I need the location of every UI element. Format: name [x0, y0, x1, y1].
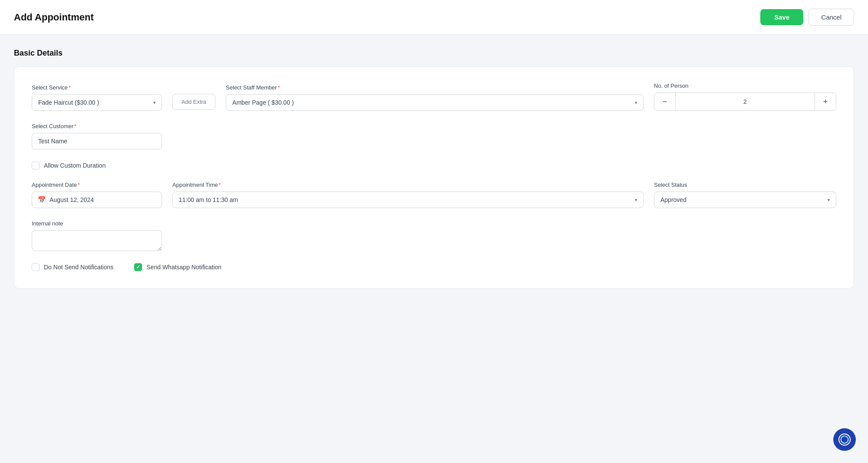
cancel-button[interactable]: Cancel: [809, 9, 854, 26]
status-label: Select Status: [654, 182, 836, 188]
whatsapp-notify-label: Send Whatsapp Notification: [146, 264, 221, 271]
persons-increment-button[interactable]: +: [815, 93, 836, 110]
form-row-customer: Select Customer*: [32, 123, 836, 149]
service-label: Select Service*: [32, 84, 162, 91]
status-group: Select Status Approved Pending Cancelled…: [654, 182, 836, 208]
persons-label: No. of Person: [654, 83, 836, 89]
internal-note-textarea[interactable]: [32, 230, 162, 251]
appointment-time-select[interactable]: 11:00 am to 11:30 am 11:30 am to 12:00 p…: [172, 192, 644, 208]
basic-details-card: Select Service* Fade Haircut ($30.00 ) C…: [14, 66, 854, 289]
service-select[interactable]: Fade Haircut ($30.00 ) Classic Haircut (…: [32, 94, 162, 111]
form-row-internal-note: Internal note: [32, 220, 836, 251]
persons-stepper: − +: [654, 93, 836, 111]
whatsapp-notify-checkbox[interactable]: [134, 263, 142, 271]
staff-select-wrapper: Amber Page ( $30.00 ) John Smith ( $25.0…: [226, 94, 644, 111]
status-select[interactable]: Approved Pending Cancelled Completed: [654, 192, 836, 208]
customer-label: Select Customer*: [32, 123, 162, 129]
persons-value-input[interactable]: [676, 98, 815, 105]
notification-row: Do Not Send Notifications Send Whatsapp …: [32, 263, 836, 271]
save-button[interactable]: Save: [760, 9, 803, 25]
help-icon: [838, 433, 851, 446]
appointment-time-select-wrapper: 11:00 am to 11:30 am 11:30 am to 12:00 p…: [172, 192, 644, 208]
persons-group: No. of Person − +: [654, 83, 836, 111]
do-not-notify-label: Do Not Send Notifications: [44, 264, 113, 271]
appointment-time-group: Appointment Time* 11:00 am to 11:30 am 1…: [172, 182, 644, 208]
appointment-date-group: Appointment Date* 📅: [32, 182, 162, 208]
service-group: Select Service* Fade Haircut ($30.00 ) C…: [32, 84, 162, 111]
service-select-wrapper: Fade Haircut ($30.00 ) Classic Haircut (…: [32, 94, 162, 111]
appointment-time-label: Appointment Time*: [172, 182, 644, 188]
whatsapp-notify-row: Send Whatsapp Notification: [134, 263, 221, 271]
customer-group: Select Customer*: [32, 123, 162, 149]
status-select-wrapper: Approved Pending Cancelled Completed ▾: [654, 192, 836, 208]
page-header: Add Appointment Save Cancel: [0, 0, 868, 35]
help-button[interactable]: [833, 428, 856, 451]
page-title: Add Appointment: [14, 12, 94, 23]
custom-duration-label: Allow Custom Duration: [44, 162, 106, 169]
appointment-date-label: Appointment Date*: [32, 182, 162, 188]
custom-duration-checkbox[interactable]: [32, 162, 40, 169]
do-not-notify-row: Do Not Send Notifications: [32, 263, 113, 271]
do-not-notify-checkbox[interactable]: [32, 263, 40, 271]
main-content: Basic Details Select Service* Fade Hairc…: [0, 35, 868, 463]
add-extra-button[interactable]: Add Extra: [172, 94, 215, 110]
customer-input[interactable]: [32, 133, 162, 149]
header-actions: Save Cancel: [760, 9, 854, 26]
persons-decrement-button[interactable]: −: [654, 93, 675, 110]
appointment-date-input[interactable]: [32, 192, 162, 208]
add-extra-group: Add Extra: [172, 94, 215, 111]
section-title: Basic Details: [14, 49, 854, 58]
custom-duration-row: Allow Custom Duration: [32, 162, 836, 169]
internal-note-label: Internal note: [32, 220, 162, 227]
date-input-wrapper: 📅: [32, 192, 162, 208]
form-row-service-staff: Select Service* Fade Haircut ($30.00 ) C…: [32, 83, 836, 111]
staff-group: Select Staff Member* Amber Page ( $30.00…: [226, 84, 644, 111]
form-row-datetime-status: Appointment Date* 📅 Appointment Time* 11…: [32, 182, 836, 208]
internal-note-group: Internal note: [32, 220, 162, 251]
staff-label: Select Staff Member*: [226, 84, 644, 91]
staff-select[interactable]: Amber Page ( $30.00 ) John Smith ( $25.0…: [226, 94, 644, 111]
svg-point-1: [843, 438, 846, 441]
